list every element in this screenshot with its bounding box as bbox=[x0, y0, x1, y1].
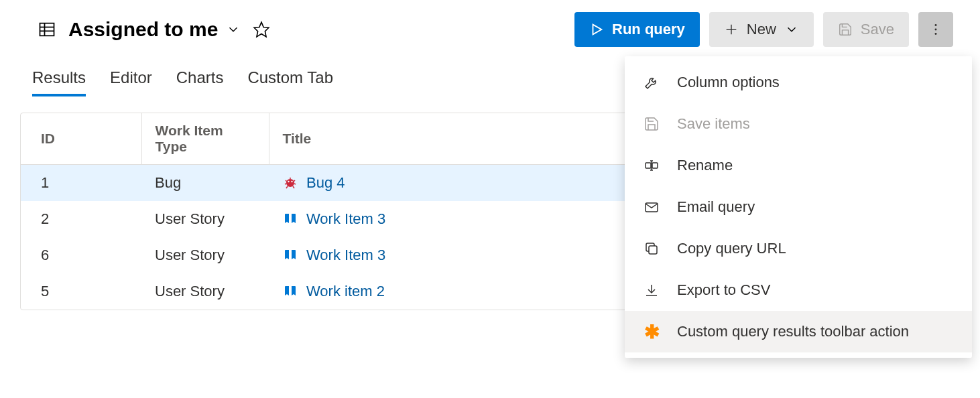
svg-rect-0 bbox=[40, 23, 54, 36]
query-grid-icon bbox=[38, 20, 56, 39]
cell-type: User Story bbox=[141, 273, 269, 310]
cell-id: 2 bbox=[21, 201, 141, 237]
menu-column-options[interactable]: Column options bbox=[625, 62, 972, 103]
plus-icon bbox=[724, 22, 739, 37]
tab-editor[interactable]: Editor bbox=[110, 68, 152, 96]
cell-id: 5 bbox=[21, 273, 141, 310]
query-title-dropdown[interactable]: Assigned to me bbox=[68, 18, 241, 41]
run-query-button[interactable]: Run query bbox=[574, 12, 700, 47]
svg-rect-27 bbox=[649, 246, 657, 254]
asterisk-icon: ✱ bbox=[644, 321, 660, 343]
svg-marker-4 bbox=[255, 22, 269, 37]
copy-icon bbox=[644, 241, 660, 257]
favorite-star-icon[interactable] bbox=[253, 21, 270, 38]
menu-export-csv[interactable]: Export to CSV bbox=[625, 269, 972, 311]
menu-label: Custom query results toolbar action bbox=[677, 322, 953, 342]
tab-custom[interactable]: Custom Tab bbox=[247, 68, 333, 96]
save-button[interactable]: Save bbox=[823, 12, 909, 47]
work-item-link[interactable]: Bug 4 bbox=[306, 174, 345, 192]
cell-id: 6 bbox=[21, 237, 141, 273]
svg-point-10 bbox=[935, 33, 937, 35]
svg-line-18 bbox=[294, 184, 296, 184]
story-icon bbox=[282, 211, 298, 227]
menu-label: Rename bbox=[677, 156, 953, 176]
menu-label: Copy query URL bbox=[677, 239, 953, 259]
cell-type: User Story bbox=[141, 237, 269, 273]
chevron-down-icon bbox=[226, 22, 241, 37]
tab-results[interactable]: Results bbox=[32, 68, 86, 96]
run-query-label: Run query bbox=[612, 21, 685, 38]
svg-line-20 bbox=[293, 186, 294, 188]
new-label: New bbox=[747, 21, 776, 38]
menu-label: Export to CSV bbox=[677, 281, 953, 300]
svg-line-17 bbox=[285, 184, 286, 184]
bug-icon bbox=[282, 175, 298, 191]
svg-rect-22 bbox=[652, 163, 658, 168]
rename-icon bbox=[644, 157, 660, 174]
new-button[interactable]: New bbox=[709, 12, 814, 47]
svg-line-15 bbox=[286, 180, 287, 182]
cell-type: Bug bbox=[141, 165, 269, 202]
work-item-link[interactable]: Work item 2 bbox=[306, 283, 385, 300]
svg-point-13 bbox=[291, 181, 292, 182]
cell-type: User Story bbox=[141, 201, 269, 237]
cell-id: 1 bbox=[21, 165, 141, 202]
play-icon bbox=[589, 22, 604, 37]
save-icon bbox=[838, 22, 853, 37]
menu-custom-action[interactable]: ✱ Custom query results toolbar action bbox=[625, 311, 972, 352]
more-actions-button[interactable] bbox=[918, 12, 953, 47]
svg-rect-21 bbox=[646, 163, 651, 168]
svg-point-12 bbox=[288, 181, 289, 182]
svg-point-9 bbox=[935, 29, 937, 31]
menu-label: Column options bbox=[677, 73, 953, 92]
column-header-id[interactable]: ID bbox=[21, 113, 141, 165]
menu-save-items: Save items bbox=[625, 103, 972, 145]
page-title: Assigned to me bbox=[68, 18, 218, 41]
story-icon bbox=[282, 283, 298, 300]
menu-label: Save items bbox=[677, 115, 953, 134]
download-icon bbox=[644, 282, 660, 298]
svg-marker-5 bbox=[593, 25, 602, 35]
menu-label: Email query bbox=[677, 198, 953, 217]
save-label: Save bbox=[861, 21, 894, 38]
tab-charts[interactable]: Charts bbox=[176, 68, 224, 96]
chevron-down-icon bbox=[784, 22, 799, 37]
work-item-link[interactable]: Work Item 3 bbox=[306, 210, 385, 228]
story-icon bbox=[282, 247, 298, 263]
menu-rename[interactable]: Rename bbox=[625, 145, 972, 186]
more-vertical-icon bbox=[928, 22, 943, 37]
column-header-type[interactable]: Work Item Type bbox=[141, 113, 269, 165]
menu-copy-url[interactable]: Copy query URL bbox=[625, 228, 972, 269]
save-icon bbox=[644, 116, 660, 132]
mail-icon bbox=[644, 199, 660, 215]
wrench-icon bbox=[644, 74, 660, 90]
svg-point-8 bbox=[935, 24, 937, 26]
menu-email-query[interactable]: Email query bbox=[625, 186, 972, 228]
more-actions-menu: Column options Save items Rename Email q… bbox=[625, 56, 972, 358]
svg-line-19 bbox=[286, 186, 288, 188]
svg-point-11 bbox=[286, 179, 294, 187]
work-item-link[interactable]: Work Item 3 bbox=[306, 247, 385, 264]
svg-line-16 bbox=[294, 180, 295, 182]
